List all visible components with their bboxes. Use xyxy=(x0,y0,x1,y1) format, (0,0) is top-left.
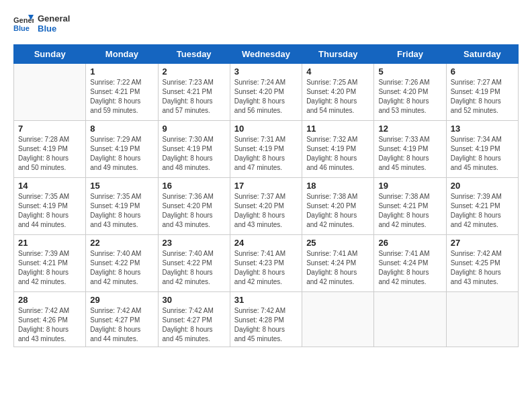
day-info: Sunrise: 7:38 AM Sunset: 4:21 PM Dayligh… xyxy=(378,192,441,230)
calendar-cell: 17Sunrise: 7:37 AM Sunset: 4:20 PM Dayli… xyxy=(230,178,302,235)
day-info: Sunrise: 7:40 AM Sunset: 4:22 PM Dayligh… xyxy=(163,249,226,287)
calendar-cell: 24Sunrise: 7:41 AM Sunset: 4:23 PM Dayli… xyxy=(230,235,302,292)
day-number: 21 xyxy=(18,238,81,248)
weekday-header-sunday: Sunday xyxy=(14,45,86,64)
day-number: 12 xyxy=(378,124,441,134)
calendar-cell: 21Sunrise: 7:39 AM Sunset: 4:21 PM Dayli… xyxy=(14,235,86,292)
day-number: 23 xyxy=(163,238,226,248)
week-row-1: 1Sunrise: 7:22 AM Sunset: 4:21 PM Daylig… xyxy=(14,64,519,121)
day-number: 10 xyxy=(234,124,298,134)
day-number: 20 xyxy=(451,181,514,191)
weekday-header-row: SundayMondayTuesdayWednesdayThursdayFrid… xyxy=(14,45,519,64)
day-info: Sunrise: 7:23 AM Sunset: 4:21 PM Dayligh… xyxy=(163,78,226,116)
day-info: Sunrise: 7:32 AM Sunset: 4:19 PM Dayligh… xyxy=(306,135,369,173)
calendar-cell: 16Sunrise: 7:36 AM Sunset: 4:20 PM Dayli… xyxy=(158,178,230,235)
day-number: 31 xyxy=(234,295,298,305)
weekday-header-saturday: Saturday xyxy=(446,45,518,64)
day-info: Sunrise: 7:35 AM Sunset: 4:19 PM Dayligh… xyxy=(18,192,81,230)
day-number: 13 xyxy=(451,124,514,134)
day-info: Sunrise: 7:42 AM Sunset: 4:27 PM Dayligh… xyxy=(163,306,226,344)
day-info: Sunrise: 7:39 AM Sunset: 4:21 PM Dayligh… xyxy=(18,249,81,287)
day-number: 27 xyxy=(451,238,514,248)
day-number: 19 xyxy=(378,181,441,191)
logo-line2: Blue xyxy=(38,24,70,34)
calendar-cell: 7Sunrise: 7:28 AM Sunset: 4:19 PM Daylig… xyxy=(14,121,86,178)
svg-text:Blue: Blue xyxy=(13,24,30,32)
calendar-cell: 28Sunrise: 7:42 AM Sunset: 4:26 PM Dayli… xyxy=(14,292,86,347)
day-info: Sunrise: 7:42 AM Sunset: 4:27 PM Dayligh… xyxy=(90,306,153,344)
day-number: 8 xyxy=(90,124,153,134)
week-row-5: 28Sunrise: 7:42 AM Sunset: 4:26 PM Dayli… xyxy=(14,292,519,347)
calendar-cell: 1Sunrise: 7:22 AM Sunset: 4:21 PM Daylig… xyxy=(86,64,158,121)
day-number: 1 xyxy=(90,66,153,77)
calendar-cell: 27Sunrise: 7:42 AM Sunset: 4:25 PM Dayli… xyxy=(446,235,518,292)
day-number: 17 xyxy=(234,181,298,191)
logo-line1: General xyxy=(38,13,70,24)
page-header: General Blue General Blue xyxy=(13,13,519,34)
weekday-header-friday: Friday xyxy=(374,45,446,64)
calendar-cell: 5Sunrise: 7:26 AM Sunset: 4:20 PM Daylig… xyxy=(374,64,446,121)
calendar-cell: 8Sunrise: 7:29 AM Sunset: 4:19 PM Daylig… xyxy=(86,121,158,178)
logo-icon: General Blue xyxy=(13,13,34,34)
day-info: Sunrise: 7:39 AM Sunset: 4:21 PM Dayligh… xyxy=(451,192,514,230)
day-number: 28 xyxy=(18,295,81,305)
day-number: 7 xyxy=(18,124,81,134)
calendar-cell: 23Sunrise: 7:40 AM Sunset: 4:22 PM Dayli… xyxy=(158,235,230,292)
week-row-4: 21Sunrise: 7:39 AM Sunset: 4:21 PM Dayli… xyxy=(14,235,519,292)
calendar-cell: 11Sunrise: 7:32 AM Sunset: 4:19 PM Dayli… xyxy=(302,121,374,178)
day-number: 29 xyxy=(90,295,153,305)
day-info: Sunrise: 7:40 AM Sunset: 4:22 PM Dayligh… xyxy=(90,249,153,287)
calendar-cell: 9Sunrise: 7:30 AM Sunset: 4:19 PM Daylig… xyxy=(158,121,230,178)
weekday-header-thursday: Thursday xyxy=(302,45,374,64)
day-number: 18 xyxy=(306,181,369,191)
day-info: Sunrise: 7:30 AM Sunset: 4:19 PM Dayligh… xyxy=(163,135,226,173)
calendar-cell: 3Sunrise: 7:24 AM Sunset: 4:20 PM Daylig… xyxy=(230,64,302,121)
day-info: Sunrise: 7:42 AM Sunset: 4:25 PM Dayligh… xyxy=(451,249,514,287)
calendar-cell: 2Sunrise: 7:23 AM Sunset: 4:21 PM Daylig… xyxy=(158,64,230,121)
day-info: Sunrise: 7:36 AM Sunset: 4:20 PM Dayligh… xyxy=(163,192,226,230)
calendar-cell: 15Sunrise: 7:35 AM Sunset: 4:19 PM Dayli… xyxy=(86,178,158,235)
day-info: Sunrise: 7:31 AM Sunset: 4:19 PM Dayligh… xyxy=(234,135,298,173)
calendar-cell: 25Sunrise: 7:41 AM Sunset: 4:24 PM Dayli… xyxy=(302,235,374,292)
calendar-cell xyxy=(302,292,374,347)
calendar-cell: 29Sunrise: 7:42 AM Sunset: 4:27 PM Dayli… xyxy=(86,292,158,347)
calendar-cell: 6Sunrise: 7:27 AM Sunset: 4:19 PM Daylig… xyxy=(446,64,518,121)
day-number: 6 xyxy=(451,66,514,77)
day-number: 11 xyxy=(306,124,369,134)
day-info: Sunrise: 7:29 AM Sunset: 4:19 PM Dayligh… xyxy=(90,135,153,173)
calendar-cell: 14Sunrise: 7:35 AM Sunset: 4:19 PM Dayli… xyxy=(14,178,86,235)
day-number: 24 xyxy=(234,238,298,248)
day-number: 2 xyxy=(163,66,226,77)
calendar-cell: 19Sunrise: 7:38 AM Sunset: 4:21 PM Dayli… xyxy=(374,178,446,235)
day-info: Sunrise: 7:34 AM Sunset: 4:19 PM Dayligh… xyxy=(451,135,514,173)
day-number: 4 xyxy=(306,66,369,77)
day-info: Sunrise: 7:41 AM Sunset: 4:23 PM Dayligh… xyxy=(234,249,298,287)
calendar-cell: 13Sunrise: 7:34 AM Sunset: 4:19 PM Dayli… xyxy=(446,121,518,178)
week-row-3: 14Sunrise: 7:35 AM Sunset: 4:19 PM Dayli… xyxy=(14,178,519,235)
day-info: Sunrise: 7:42 AM Sunset: 4:28 PM Dayligh… xyxy=(234,306,298,344)
day-number: 25 xyxy=(306,238,369,248)
calendar-cell: 31Sunrise: 7:42 AM Sunset: 4:28 PM Dayli… xyxy=(230,292,302,347)
day-number: 9 xyxy=(163,124,226,134)
day-info: Sunrise: 7:35 AM Sunset: 4:19 PM Dayligh… xyxy=(90,192,153,230)
day-number: 15 xyxy=(90,181,153,191)
week-row-2: 7Sunrise: 7:28 AM Sunset: 4:19 PM Daylig… xyxy=(14,121,519,178)
day-number: 5 xyxy=(378,66,441,77)
day-info: Sunrise: 7:33 AM Sunset: 4:19 PM Dayligh… xyxy=(378,135,441,173)
day-number: 22 xyxy=(90,238,153,248)
day-info: Sunrise: 7:25 AM Sunset: 4:20 PM Dayligh… xyxy=(306,78,369,116)
calendar-cell: 30Sunrise: 7:42 AM Sunset: 4:27 PM Dayli… xyxy=(158,292,230,347)
day-info: Sunrise: 7:38 AM Sunset: 4:20 PM Dayligh… xyxy=(306,192,369,230)
weekday-header-monday: Monday xyxy=(86,45,158,64)
day-info: Sunrise: 7:41 AM Sunset: 4:24 PM Dayligh… xyxy=(306,249,369,287)
calendar-cell: 12Sunrise: 7:33 AM Sunset: 4:19 PM Dayli… xyxy=(374,121,446,178)
day-info: Sunrise: 7:27 AM Sunset: 4:19 PM Dayligh… xyxy=(451,78,514,116)
weekday-header-wednesday: Wednesday xyxy=(230,45,302,64)
day-number: 3 xyxy=(234,66,298,77)
calendar-cell xyxy=(14,64,86,121)
day-number: 30 xyxy=(163,295,226,305)
calendar-cell xyxy=(446,292,518,347)
calendar-cell: 4Sunrise: 7:25 AM Sunset: 4:20 PM Daylig… xyxy=(302,64,374,121)
calendar-cell xyxy=(374,292,446,347)
weekday-header-tuesday: Tuesday xyxy=(158,45,230,64)
